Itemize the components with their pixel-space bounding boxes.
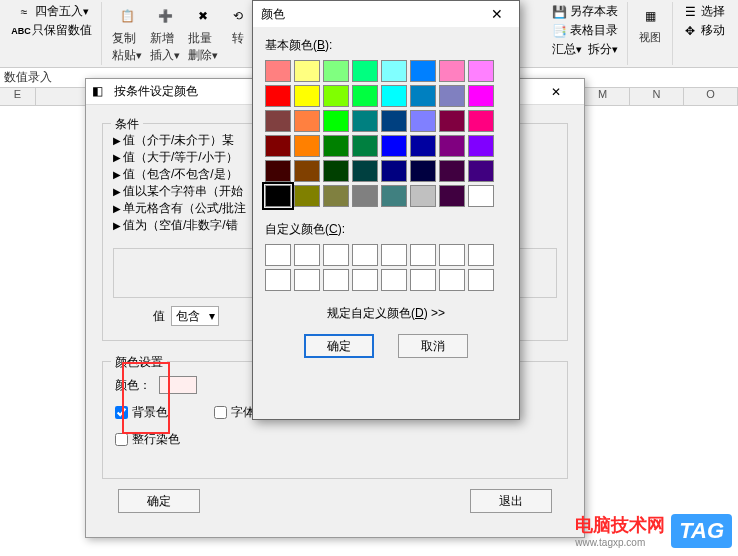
watermark-text: 电脑技术网 [575,513,665,537]
summary-btn[interactable]: 汇总▾ [549,40,585,59]
custom-color-slot[interactable] [265,269,291,291]
keepnum-btn[interactable]: ABC只保留数值 [10,21,95,40]
color-swatch[interactable] [265,135,291,157]
custom-color-slot[interactable] [352,244,378,266]
color-swatch[interactable] [468,160,494,182]
color-swatch[interactable] [294,135,320,157]
batch-btn[interactable]: ✖ 批量删除▾ [184,2,222,66]
custom-color-slot[interactable] [439,269,465,291]
contain-select[interactable]: 包含 [171,306,219,326]
custom-color-slot[interactable] [294,244,320,266]
color-swatch[interactable] [439,85,465,107]
saveas-btn[interactable]: 💾另存本表 [548,2,621,21]
color-swatch[interactable] [294,85,320,107]
custom-color-slot[interactable] [294,269,320,291]
copy-btn[interactable]: 📋 复制粘贴▾ [108,2,146,66]
color-swatch[interactable] [323,185,349,207]
col-header[interactable]: E [0,88,36,105]
color-swatch[interactable] [352,185,378,207]
formula-label: 数值录入 [4,69,52,86]
custom-color-slot[interactable] [323,244,349,266]
turn-btn[interactable]: ⟲ 转 [222,2,254,66]
color-swatch[interactable] [410,110,436,132]
color-swatch[interactable] [352,110,378,132]
color-swatch[interactable] [381,60,407,82]
color-swatch[interactable] [352,60,378,82]
define-custom-button[interactable]: 规定自定义颜色(D) >> [265,305,507,322]
custom-color-slot[interactable] [381,269,407,291]
color-swatch[interactable] [410,85,436,107]
view-btn[interactable]: ▦ 视图 [634,2,666,47]
insert-btn[interactable]: ➕ 新增插入▾ [146,2,184,66]
color-swatch[interactable] [265,85,291,107]
color-swatch[interactable] [468,135,494,157]
bg-checkbox[interactable]: 背景色 [115,404,168,421]
color-swatch[interactable] [381,110,407,132]
color-swatch[interactable] [410,135,436,157]
color-swatch[interactable] [468,60,494,82]
custom-color-slot[interactable] [265,244,291,266]
custom-color-slot[interactable] [381,244,407,266]
wholerow-checkbox[interactable]: 整行染色 [115,431,180,448]
exit-button[interactable]: 退出 [470,489,552,513]
color-swatch[interactable] [352,160,378,182]
color-swatch[interactable] [323,85,349,107]
ok-button[interactable]: 确定 [118,489,200,513]
custom-color-slot[interactable] [468,269,494,291]
color-swatch[interactable] [352,135,378,157]
color-swatch[interactable] [323,60,349,82]
color-swatch[interactable] [410,185,436,207]
custom-color-slot[interactable] [468,244,494,266]
color-swatch[interactable] [381,135,407,157]
color-swatch[interactable] [265,60,291,82]
color-swatch[interactable] [410,60,436,82]
tbllist-btn[interactable]: 📑表格目录 [548,21,621,40]
color-swatch[interactable] [410,160,436,182]
color-swatch[interactable] [381,85,407,107]
color-swatch[interactable] [294,185,320,207]
color-swatch[interactable] [439,135,465,157]
close-button[interactable]: ✕ [483,3,511,25]
col-header[interactable]: N [630,88,684,105]
round-btn[interactable]: ≈四舍五入 ▾ [13,2,92,21]
clipboard-icon: 📋 [115,4,139,28]
color-swatch[interactable] [294,160,320,182]
color-swatch[interactable] [439,60,465,82]
close-button[interactable]: ✕ [534,80,578,104]
col-header[interactable]: O [684,88,738,105]
custom-color-slot[interactable] [352,269,378,291]
split-btn[interactable]: 拆分▾ [585,40,621,59]
move-btn[interactable]: ✥移动 [679,21,728,40]
color-swatch[interactable] [323,110,349,132]
color-label: 颜色： [115,377,151,394]
color-swatch[interactable] [468,110,494,132]
color-swatch[interactable] [439,185,465,207]
color-swatch[interactable] [265,110,291,132]
color-swatch[interactable] [294,110,320,132]
dialog-titlebar[interactable]: 颜色 ✕ [253,1,519,27]
insert-icon: ➕ [153,4,177,28]
cancel-button[interactable]: 取消 [398,334,468,358]
color-swatch[interactable] [439,110,465,132]
color-swatch[interactable] [265,160,291,182]
color-swatch[interactable] [468,185,494,207]
custom-color-slot[interactable] [323,269,349,291]
color-swatch[interactable] [323,135,349,157]
select-btn[interactable]: ☰选择 [679,2,728,21]
color-swatch[interactable] [381,160,407,182]
color-swatch[interactable] [352,85,378,107]
color-swatch[interactable] [294,60,320,82]
custom-color-slot[interactable] [410,244,436,266]
color-preview[interactable] [159,376,197,394]
custom-colors-label: 自定义颜色(C): [265,221,507,238]
list-icon: 📑 [551,23,567,39]
custom-color-slot[interactable] [410,269,436,291]
color-swatch[interactable] [323,160,349,182]
color-swatch[interactable] [468,85,494,107]
color-picker-dialog: 颜色 ✕ 基本颜色(B): 自定义颜色(C): 规定自定义颜色(D) >> 确定… [252,0,520,420]
color-swatch[interactable] [265,185,291,207]
color-swatch[interactable] [381,185,407,207]
color-swatch[interactable] [439,160,465,182]
custom-color-slot[interactable] [439,244,465,266]
ok-button[interactable]: 确定 [304,334,374,358]
